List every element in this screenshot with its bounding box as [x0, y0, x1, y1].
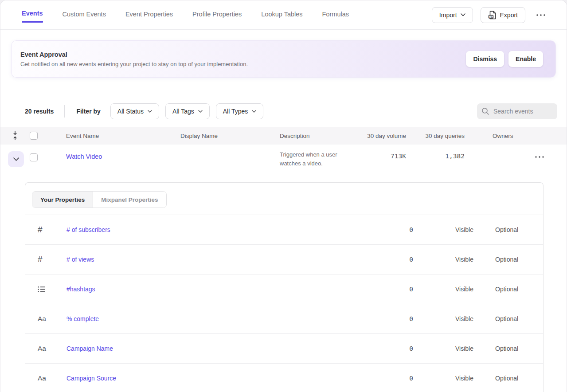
tab-events[interactable]: Events	[22, 7, 43, 23]
banner-title: Event Approval	[20, 51, 248, 58]
header-owners: Owners	[466, 133, 567, 139]
event-description: Triggered when a user watches a video.	[275, 150, 346, 168]
filter-bar: 20 results Filter by All Status All Tags…	[25, 103, 557, 119]
property-type-cell: Aa	[25, 345, 66, 353]
types-filter-dropdown[interactable]: All Types	[216, 103, 264, 119]
number-type-icon: #	[38, 255, 43, 264]
chevron-down-icon	[461, 13, 465, 16]
property-name-link[interactable]: % complete	[66, 315, 369, 322]
property-row: # # of subscribers 0 Visible Optional	[25, 215, 543, 244]
text-type-icon: Aa	[38, 345, 46, 353]
search-icon	[481, 107, 489, 115]
select-all-cell	[30, 132, 49, 140]
properties-tab-control: Your Properties Mixpanel Properties	[32, 191, 167, 208]
search-input[interactable]	[493, 108, 551, 115]
tab-event-properties[interactable]: Event Properties	[125, 8, 173, 22]
property-visibility: Visible	[413, 375, 485, 382]
tab-mixpanel-properties[interactable]: Mixpanel Properties	[93, 192, 166, 208]
chevron-down-icon	[13, 157, 19, 161]
row-select-cell	[30, 150, 49, 161]
property-name-link[interactable]: # of subscribers	[66, 226, 369, 233]
select-all-checkbox[interactable]	[30, 132, 38, 140]
export-button[interactable]: csv Export	[481, 7, 525, 23]
tags-filter-label: All Tags	[172, 108, 194, 115]
property-name-link[interactable]: Campaign Name	[66, 345, 369, 352]
tab-formulas[interactable]: Formulas	[322, 8, 349, 22]
collapse-row-button[interactable]	[8, 151, 24, 167]
property-count: 0	[369, 256, 413, 263]
property-type-cell	[25, 286, 66, 293]
event-30-day-queries: 1,382	[406, 150, 466, 160]
property-visibility: Visible	[413, 256, 485, 263]
header-description: Description	[275, 133, 362, 139]
property-count: 0	[369, 345, 413, 352]
property-row: Aa Campaign Name 0 Visible Optional	[25, 333, 543, 363]
header-30-day-queries: 30 day queries	[406, 133, 466, 139]
text-type-icon: Aa	[38, 315, 46, 323]
search-box	[477, 103, 557, 119]
expand-cell	[0, 150, 30, 167]
import-button[interactable]: Import	[432, 7, 473, 23]
event-approval-banner: Event Approval Get notified on all new e…	[11, 40, 556, 78]
header-30-day-volume: 30 day volume	[362, 133, 406, 139]
tab-event-properties-label: Event Properties	[125, 11, 173, 22]
event-row-watch-video: Watch Video Triggered when a user watche…	[0, 145, 567, 176]
property-requirement: Optional	[485, 375, 543, 382]
property-type-cell: Aa	[25, 374, 66, 382]
property-name-link[interactable]: Campaign Source	[66, 375, 369, 382]
tab-profile-properties[interactable]: Profile Properties	[192, 8, 242, 22]
banner-actions: Dismiss Enable	[466, 51, 543, 67]
event-actions-cell	[466, 150, 567, 160]
collapse-all-icon	[12, 131, 18, 141]
property-row: Aa % complete 0 Visible Optional	[25, 304, 543, 333]
events-table-header: Event Name Display Name Description 30 d…	[0, 127, 567, 145]
property-name-link[interactable]: #hashtags	[66, 286, 369, 293]
property-type-cell: #	[25, 225, 66, 235]
status-filter-dropdown[interactable]: All Status	[110, 103, 159, 119]
property-requirement: Optional	[485, 345, 543, 352]
dismiss-button[interactable]: Dismiss	[466, 51, 504, 67]
property-count: 0	[369, 315, 413, 322]
chevron-down-icon	[198, 110, 203, 113]
tags-filter-dropdown[interactable]: All Tags	[165, 103, 210, 119]
property-requirement: Optional	[485, 315, 543, 322]
property-row: #hashtags 0 Visible Optional	[25, 274, 543, 304]
tab-events-label: Events	[22, 10, 43, 23]
header-event-name: Event Name	[49, 133, 178, 139]
property-row: Aa Campaign Source 0 Visible Optional	[25, 363, 543, 392]
import-button-label: Import	[439, 12, 457, 19]
event-name-link[interactable]: Watch Video	[49, 150, 178, 160]
property-name-link[interactable]: # of views	[66, 256, 369, 263]
chevron-down-icon	[148, 110, 152, 113]
tab-formulas-label: Formulas	[322, 11, 349, 22]
property-visibility: Visible	[413, 226, 485, 233]
tab-custom-events[interactable]: Custom Events	[63, 8, 106, 22]
chevron-down-icon	[252, 110, 256, 113]
tab-profile-properties-label: Profile Properties	[192, 11, 242, 22]
filter-by-label: Filter by	[76, 108, 100, 115]
property-row: # # of views 0 Visible Optional	[25, 244, 543, 274]
property-type-cell: Aa	[25, 315, 66, 323]
property-count: 0	[369, 375, 413, 382]
enable-button[interactable]: Enable	[508, 51, 543, 67]
text-type-icon: Aa	[38, 374, 46, 382]
divider	[64, 105, 65, 118]
ellipsis-icon	[536, 14, 546, 16]
csv-file-icon: csv	[488, 11, 497, 20]
property-count: 0	[369, 226, 413, 233]
tab-lookup-tables[interactable]: Lookup Tables	[261, 8, 302, 22]
banner-description: Get notified on all new events entering …	[20, 61, 248, 67]
nav-more-button[interactable]	[533, 12, 549, 18]
row-checkbox[interactable]	[30, 153, 38, 161]
collapse-all-cell[interactable]	[0, 131, 30, 141]
property-requirement: Optional	[485, 226, 543, 233]
tab-your-properties[interactable]: Your Properties	[32, 192, 93, 208]
property-requirement: Optional	[485, 286, 543, 293]
property-count: 0	[369, 286, 413, 293]
tab-custom-events-label: Custom Events	[63, 11, 106, 22]
number-type-icon: #	[38, 225, 43, 235]
results-count: 20 results	[25, 108, 54, 115]
list-type-icon	[38, 286, 46, 293]
row-more-button[interactable]	[532, 154, 547, 160]
property-visibility: Visible	[413, 315, 485, 322]
